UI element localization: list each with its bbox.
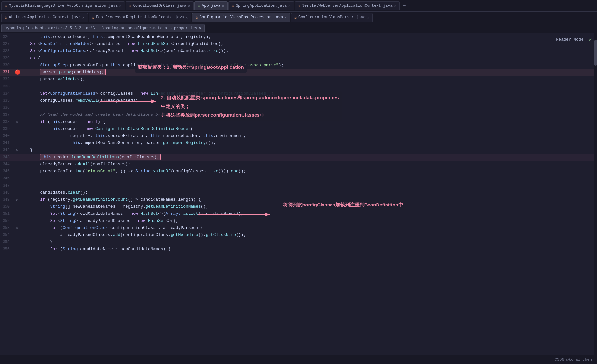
editor-area: Reader Mode ✓ 326 this.resourceLoader, t… (0, 33, 597, 355)
java-icon: ☕ (5, 4, 7, 8)
table-row: 328 Set<ConfigurationClass> alreadyParse… (0, 48, 597, 55)
close-icon[interactable]: ✕ (285, 15, 287, 20)
file-tab-label: mybatis-plus-boot-starter-3.5.3.2.jar!\.… (5, 26, 197, 31)
table-row: 355 } (0, 239, 597, 246)
table-row: 349 ▷ if (registry.getBeanDefinitionCoun… (0, 196, 597, 203)
table-row: 334 Set<ConfigurationClass> configClasse… (0, 90, 597, 97)
java-icon: ☕ (92, 15, 94, 20)
table-row: 356 for (String candidateName : newCandi… (0, 246, 597, 253)
close-icon[interactable]: ✕ (188, 4, 190, 8)
table-row: 327 Set<BeanDefinitionHolder> candidates… (0, 41, 597, 48)
tab-label: MybatisPlusLanguageDriverAutoConfigurati… (9, 4, 117, 8)
java-icon: ☕ (298, 4, 301, 8)
tab-mybatisplus-lang[interactable]: ☕ MybatisPlusLanguageDriverAutoConfigura… (1, 1, 125, 10)
table-row: 326 this.resourceLoader, this.componentS… (0, 33, 597, 41)
table-row: 330 StartupStep processConfig = this.app… (0, 62, 597, 69)
close-icon[interactable]: ✕ (119, 4, 122, 8)
tab-label: AbstractApplicationContext.java (9, 15, 80, 20)
tab-app[interactable]: ☕ App.java ✕ (194, 1, 228, 10)
close-icon[interactable]: ✕ (394, 4, 396, 8)
reader-mode-button[interactable]: Reader Mode (554, 36, 586, 42)
reader-mode-area: Reader Mode ✓ (554, 36, 592, 42)
tab-label: ConfigurationClassPostProcessor.java (200, 15, 283, 20)
table-row: 331 🔴 parser.parse(candidates); (0, 69, 597, 76)
table-row: 343 this.reader.loadBeanDefinitions(conf… (0, 154, 597, 161)
tab-postprocessor[interactable]: ☕ PostProcessorRegistrationDelegate.java… (89, 13, 191, 22)
table-row: 351 Set<String> oldCandidateNames = new … (0, 210, 597, 217)
tab-bar-row1: ☕ MybatisPlusLanguageDriverAutoConfigura… (0, 0, 597, 12)
table-row: 354 alreadyParsedClasses.add(configurati… (0, 232, 597, 239)
table-row: 337 // Read the model and create bean de… (0, 111, 597, 118)
reader-mode-label: Reader Mode (556, 37, 584, 42)
table-row: 338 ▷ if (this.reader == null) { (0, 118, 597, 125)
table-row: 347 (0, 182, 597, 189)
close-icon[interactable]: ✕ (222, 4, 224, 8)
close-icon[interactable]: ✕ (82, 15, 84, 20)
more-tabs-button[interactable]: ⋯ (400, 2, 408, 10)
table-row: 329 do { (0, 55, 597, 62)
java-icon: ☕ (232, 4, 234, 8)
table-row: 333 (0, 83, 597, 90)
close-icon[interactable]: ✕ (367, 15, 369, 20)
table-row: 341 this.importBeanNameGenerator, parser… (0, 140, 597, 147)
close-icon[interactable]: ✕ (199, 26, 201, 31)
table-row: 335 configClasses.removeAll(alreadyParse… (0, 97, 597, 104)
code-editor[interactable]: 326 this.resourceLoader, this.componentS… (0, 33, 597, 355)
java-icon: ☕ (5, 15, 7, 20)
table-row: 340 registry, this.sourceExtractor, this… (0, 132, 597, 140)
java-icon: ☕ (196, 15, 198, 20)
tab-label: ConfigurationClassParser.java (298, 15, 366, 20)
table-row: 336 (0, 104, 597, 111)
scrollbar-thumb[interactable] (594, 40, 597, 66)
check-icon: ✓ (589, 36, 592, 42)
table-row: 346 (0, 175, 597, 182)
tab-label: ConditionalOnClass.java (133, 4, 187, 8)
java-icon: ☕ (294, 15, 297, 20)
tab-springapplication[interactable]: ☕ SpringApplication.java ✕ (228, 1, 294, 10)
table-row: 348 candidates.clear(); (0, 189, 597, 196)
scrollbar[interactable] (594, 33, 597, 355)
tab-label: SpringApplication.java (236, 4, 287, 8)
table-row: 350 String[] newCandidateNames = registr… (0, 203, 597, 210)
table-row: 339 this.reader = new ConfigurationClass… (0, 125, 597, 132)
file-tab-bar: mybatis-plus-boot-starter-3.5.3.2.jar!\.… (0, 23, 597, 33)
close-icon[interactable]: ✕ (186, 15, 188, 20)
table-row: 353 ▷ for (ConfigurationClass configurat… (0, 224, 597, 232)
java-icon: ☕ (198, 4, 200, 8)
status-bar: CSDN @koral chen (0, 355, 597, 364)
close-icon[interactable]: ✕ (288, 4, 291, 8)
tab-servletwebserver[interactable]: ☕ ServletWebServerApplicationContext.jav… (295, 1, 400, 10)
tab-label: ServletWebServerApplicationContext.java (302, 4, 393, 8)
file-tab[interactable]: mybatis-plus-boot-starter-3.5.3.2.jar!\.… (1, 24, 205, 32)
tab-conditionalonclass[interactable]: ☕ ConditionalOnClass.java ✕ (126, 1, 194, 10)
tab-abstractapplication[interactable]: ☕ AbstractApplicationContext.java ✕ (1, 13, 88, 22)
csdn-label: CSDN @koral chen (555, 358, 592, 362)
table-row: 332 parser.validate(); (0, 76, 597, 83)
tab-bar-row2: ☕ AbstractApplicationContext.java ✕ ☕ Po… (0, 12, 597, 23)
tab-label: PostProcessorRegistrationDelegate.java (96, 15, 184, 20)
table-row: 344 alreadyParsed.addAll(configClasses); (0, 161, 597, 168)
tab-label: App.java (202, 4, 220, 8)
java-icon: ☕ (129, 4, 131, 8)
tab-configclasspostprocessor[interactable]: ☕ ConfigurationClassPostProcessor.java ✕ (192, 13, 290, 22)
table-row: 345 processConfig.tag("classCount", () -… (0, 168, 597, 175)
table-row: 352 Set<String> alreadyParsedClasses = n… (0, 217, 597, 224)
table-row: 342 ▷ } (0, 147, 597, 154)
tab-configclassparser[interactable]: ☕ ConfigurationClassParser.java ✕ (291, 13, 373, 22)
